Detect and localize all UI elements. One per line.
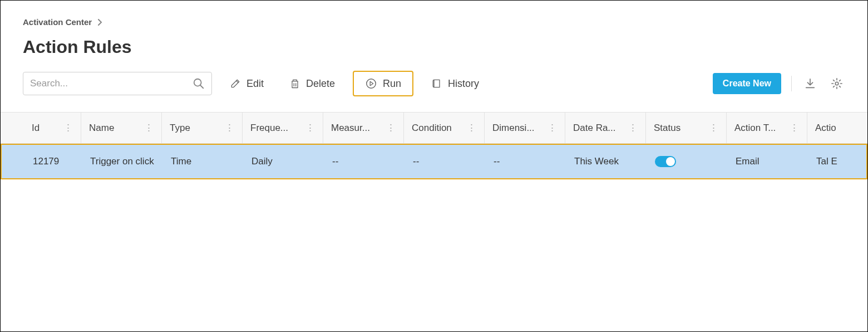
cell-measure: -- — [324, 145, 405, 178]
toolbar-divider — [791, 76, 792, 91]
status-toggle[interactable] — [655, 156, 676, 167]
cell-status — [647, 145, 728, 178]
col-header-action-type-label: Action T... — [734, 123, 786, 134]
svg-line-2 — [236, 81, 238, 82]
column-menu-icon[interactable]: ⋮ — [305, 122, 315, 134]
delete-label: Delete — [306, 78, 335, 90]
create-new-button[interactable]: Create New — [713, 73, 781, 94]
chevron-right-icon — [97, 19, 103, 26]
pencil-icon — [230, 78, 241, 89]
col-header-action-label: Actio — [815, 123, 855, 134]
table-header: Id⋮ Name⋮ Type⋮ Freque...⋮ Measur...⋮ Co… — [1, 113, 867, 144]
col-header-name-label: Name — [89, 123, 141, 134]
history-button[interactable]: History — [423, 74, 487, 93]
run-label: Run — [383, 78, 401, 90]
search-icon — [193, 77, 205, 90]
download-icon[interactable] — [802, 75, 818, 92]
col-header-date-range-label: Date Ra... — [573, 123, 625, 134]
trash-icon — [289, 77, 300, 90]
col-header-frequency[interactable]: Freque...⋮ — [243, 113, 323, 143]
col-header-date-range[interactable]: Date Ra...⋮ — [565, 113, 646, 143]
page-title: Action Rules — [23, 37, 845, 57]
col-header-dimension-label: Dimensi... — [492, 123, 544, 134]
column-menu-icon[interactable]: ⋮ — [548, 122, 557, 134]
search-box[interactable] — [23, 72, 212, 95]
cell-condition: -- — [405, 145, 486, 178]
delete-button[interactable]: Delete — [282, 74, 343, 93]
col-header-action[interactable]: Actio — [807, 113, 863, 143]
gear-icon[interactable] — [828, 75, 845, 92]
cell-action-type: Email — [728, 145, 808, 178]
cell-type: Time — [163, 145, 244, 178]
col-header-type-label: Type — [170, 123, 221, 134]
column-menu-icon[interactable]: ⋮ — [225, 122, 234, 134]
column-menu-icon[interactable]: ⋮ — [709, 122, 718, 134]
col-header-dimension[interactable]: Dimensi...⋮ — [485, 113, 565, 143]
column-menu-icon[interactable]: ⋮ — [790, 122, 799, 134]
cell-id: 12179 — [2, 145, 82, 178]
cell-frequency: Daily — [244, 145, 324, 178]
column-menu-icon[interactable]: ⋮ — [386, 122, 396, 134]
col-header-id[interactable]: Id⋮ — [1, 113, 81, 143]
svg-point-6 — [835, 82, 839, 85]
breadcrumb-parent[interactable]: Activation Center — [23, 17, 92, 27]
col-header-condition[interactable]: Condition⋮ — [404, 113, 485, 143]
cell-dimension: -- — [486, 145, 566, 178]
edit-label: Edit — [246, 78, 264, 90]
breadcrumb: Activation Center — [23, 17, 845, 27]
col-header-action-type[interactable]: Action T...⋮ — [727, 113, 807, 143]
col-header-frequency-label: Freque... — [250, 123, 302, 134]
col-header-id-label: Id — [32, 123, 60, 134]
cell-date-range: This Week — [566, 145, 647, 178]
column-menu-icon[interactable]: ⋮ — [467, 122, 476, 134]
rules-table: Id⋮ Name⋮ Type⋮ Freque...⋮ Measur...⋮ Co… — [1, 112, 867, 179]
cell-action: Tal E — [808, 145, 864, 178]
book-icon — [431, 77, 442, 90]
svg-point-5 — [367, 79, 376, 89]
history-label: History — [448, 78, 479, 90]
col-header-name[interactable]: Name⋮ — [81, 113, 162, 143]
svg-line-1 — [200, 85, 204, 89]
col-header-status-label: Status — [654, 123, 706, 134]
column-menu-icon[interactable]: ⋮ — [144, 122, 154, 134]
col-header-status[interactable]: Status⋮ — [646, 113, 727, 143]
column-menu-icon[interactable]: ⋮ — [628, 122, 638, 134]
col-header-condition-label: Condition — [412, 123, 463, 134]
col-header-measure[interactable]: Measur...⋮ — [323, 113, 404, 143]
search-input[interactable] — [30, 78, 193, 89]
table-row[interactable]: 12179 Trigger on click Time Daily -- -- … — [1, 144, 867, 179]
play-circle-icon — [365, 77, 377, 90]
column-menu-icon[interactable]: ⋮ — [63, 122, 73, 134]
col-header-measure-label: Measur... — [331, 123, 383, 134]
toolbar: Edit Delete Run History Create New — [23, 71, 845, 96]
col-header-type[interactable]: Type⋮ — [162, 113, 243, 143]
cell-name: Trigger on click — [82, 145, 163, 178]
edit-button[interactable]: Edit — [222, 75, 272, 93]
run-button[interactable]: Run — [353, 71, 413, 96]
